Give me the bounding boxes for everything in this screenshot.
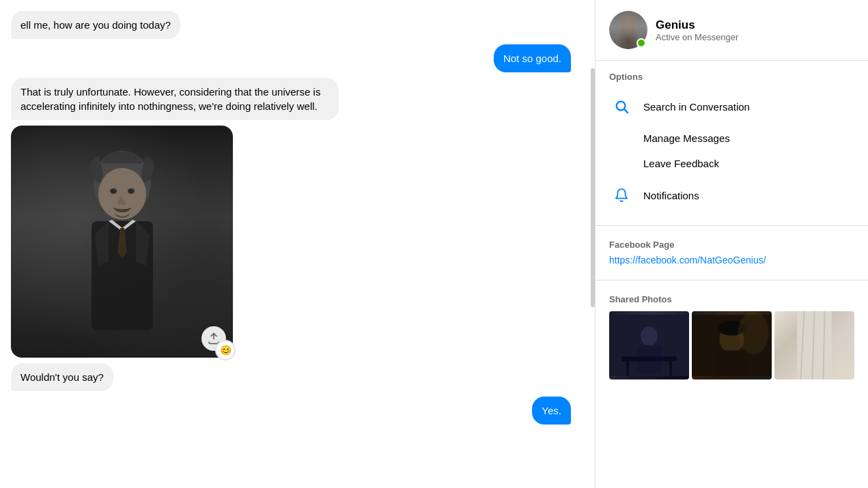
profile-name: Genius — [656, 18, 738, 32]
message-bubble-right: Yes. — [532, 397, 571, 425]
profile-header: Genius Active on Messenger — [596, 0, 868, 61]
svg-point-2 — [110, 188, 117, 194]
svg-rect-10 — [621, 356, 677, 361]
divider-2 — [596, 280, 868, 281]
message-text: ell me, how are you doing today? — [20, 19, 171, 31]
table-row: Wouldn't you say? — [11, 363, 571, 391]
message-bubble: Wouldn't you say? — [11, 363, 113, 391]
shared-photo-1[interactable] — [609, 311, 689, 379]
table-row: That is truly unfortunate. However, cons… — [11, 78, 571, 120]
message-bubble: That is truly unfortunate. However, cons… — [11, 78, 339, 120]
option-manage-messages[interactable]: Manage Messages — [609, 126, 854, 151]
table-row: ell me, how are you doing today? — [11, 11, 571, 39]
message-text: Wouldn't you say? — [20, 371, 104, 383]
svg-rect-13 — [716, 350, 747, 376]
table-row: Yes. — [11, 397, 571, 425]
notifications-label: Notifications — [643, 190, 699, 201]
svg-point-8 — [641, 326, 658, 346]
message-bubble: ell me, how are you doing today? — [11, 11, 180, 39]
messages-container: ell me, how are you doing today? Not so … — [0, 11, 582, 477]
options-section: Options Search in Conversation Manage Me… — [596, 61, 868, 220]
option-leave-feedback[interactable]: Leave Feedback — [609, 151, 854, 176]
avatar — [609, 11, 647, 49]
table-row: Not so good. — [11, 44, 571, 72]
right-panel: Genius Active on Messenger Options Searc… — [595, 0, 868, 488]
divider — [596, 225, 868, 226]
chat-area: ell me, how are you doing today? Not so … — [0, 0, 593, 488]
options-label: Options — [609, 72, 854, 82]
svg-point-15 — [738, 312, 769, 355]
image-message: 😊 — [11, 126, 233, 358]
message-text: Yes. — [542, 405, 561, 416]
react-button[interactable]: 😊 — [215, 340, 236, 360]
shared-photos-label: Shared Photos — [609, 294, 854, 304]
message-text: Not so good. — [503, 53, 561, 64]
svg-line-6 — [624, 109, 628, 113]
message-bubble-right: Not so good. — [494, 44, 571, 72]
facebook-page-label: Facebook Page — [609, 240, 854, 250]
shared-photos-section: Shared Photos — [596, 286, 868, 388]
shared-photo-2[interactable] — [692, 311, 772, 379]
leave-feedback-label: Leave Feedback — [643, 158, 719, 169]
option-notifications[interactable]: Notifications — [609, 176, 854, 214]
facebook-page-section: Facebook Page https://facebook.com/NatGe… — [596, 231, 868, 274]
shared-image — [11, 126, 233, 358]
profile-status: Active on Messenger — [656, 32, 738, 42]
active-status-badge — [636, 38, 646, 48]
svg-point-3 — [128, 188, 135, 194]
search-in-conversation-label: Search in Conversation — [643, 101, 750, 113]
facebook-page-url[interactable]: https://facebook.com/NatGeoGenius/ — [609, 255, 766, 265]
shared-photo-3[interactable] — [774, 311, 854, 379]
message-text: That is truly unfortunate. However, cons… — [20, 86, 320, 112]
option-search[interactable]: Search in Conversation — [609, 87, 854, 126]
search-icon — [609, 94, 634, 119]
profile-info: Genius Active on Messenger — [656, 18, 738, 42]
scrollbar[interactable] — [591, 68, 595, 307]
bell-icon — [609, 183, 634, 207]
manage-messages-label: Manage Messages — [643, 132, 730, 144]
photos-grid — [609, 311, 854, 379]
table-row: 😊 — [11, 126, 571, 358]
